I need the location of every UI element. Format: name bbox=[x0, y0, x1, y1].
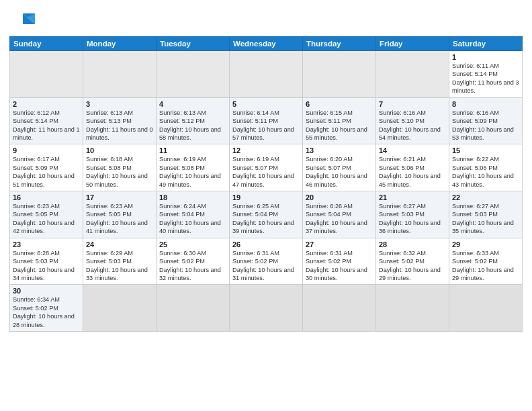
day-header-sunday: Sunday bbox=[10, 37, 83, 51]
day-cell bbox=[376, 51, 449, 98]
day-number: 12 bbox=[232, 146, 300, 154]
day-info: Sunrise: 6:26 AM Sunset: 5:04 PM Dayligh… bbox=[306, 202, 373, 236]
day-info: Sunrise: 6:25 AM Sunset: 5:04 PM Dayligh… bbox=[232, 202, 300, 236]
day-cell: 3Sunrise: 6:13 AM Sunset: 5:13 PM Daylig… bbox=[83, 97, 157, 144]
day-cell: 4Sunrise: 6:13 AM Sunset: 5:12 PM Daylig… bbox=[157, 97, 230, 144]
day-info: Sunrise: 6:34 AM Sunset: 5:02 PM Dayligh… bbox=[13, 295, 80, 329]
day-number: 1 bbox=[452, 53, 519, 61]
day-info: Sunrise: 6:33 AM Sunset: 5:02 PM Dayligh… bbox=[452, 249, 519, 283]
day-cell: 18Sunrise: 6:24 AM Sunset: 5:04 PM Dayli… bbox=[157, 191, 230, 238]
day-cell bbox=[230, 285, 303, 332]
day-info: Sunrise: 6:13 AM Sunset: 5:13 PM Dayligh… bbox=[86, 109, 153, 142]
day-info: Sunrise: 6:30 AM Sunset: 5:02 PM Dayligh… bbox=[159, 249, 226, 283]
day-cell: 5Sunrise: 6:14 AM Sunset: 5:11 PM Daylig… bbox=[230, 97, 303, 144]
day-cell bbox=[83, 51, 157, 98]
day-info: Sunrise: 6:19 AM Sunset: 5:08 PM Dayligh… bbox=[159, 155, 226, 189]
day-number: 10 bbox=[86, 146, 153, 154]
day-info: Sunrise: 6:13 AM Sunset: 5:12 PM Dayligh… bbox=[159, 109, 226, 142]
day-number: 7 bbox=[379, 100, 446, 108]
day-info: Sunrise: 6:24 AM Sunset: 5:04 PM Dayligh… bbox=[159, 202, 226, 236]
day-number: 19 bbox=[232, 193, 300, 201]
day-number: 26 bbox=[232, 240, 300, 248]
day-number: 27 bbox=[306, 240, 373, 248]
day-info: Sunrise: 6:32 AM Sunset: 5:02 PM Dayligh… bbox=[379, 249, 446, 283]
day-info: Sunrise: 6:23 AM Sunset: 5:05 PM Dayligh… bbox=[86, 202, 153, 236]
day-header-tuesday: Tuesday bbox=[157, 37, 230, 51]
day-info: Sunrise: 6:29 AM Sunset: 5:03 PM Dayligh… bbox=[86, 249, 153, 283]
day-number: 21 bbox=[379, 193, 446, 201]
day-info: Sunrise: 6:17 AM Sunset: 5:09 PM Dayligh… bbox=[13, 155, 80, 189]
day-number: 4 bbox=[159, 100, 226, 108]
day-number: 29 bbox=[452, 240, 519, 248]
day-cell bbox=[230, 51, 303, 98]
day-cell: 11Sunrise: 6:19 AM Sunset: 5:08 PM Dayli… bbox=[157, 144, 230, 191]
day-cell: 20Sunrise: 6:26 AM Sunset: 5:04 PM Dayli… bbox=[303, 191, 376, 238]
day-info: Sunrise: 6:20 AM Sunset: 5:07 PM Dayligh… bbox=[306, 155, 373, 189]
day-info: Sunrise: 6:28 AM Sunset: 5:03 PM Dayligh… bbox=[13, 249, 80, 283]
day-header-saturday: Saturday bbox=[449, 37, 523, 51]
week-row-2: 9Sunrise: 6:17 AM Sunset: 5:09 PM Daylig… bbox=[10, 144, 523, 191]
day-number: 16 bbox=[13, 193, 80, 201]
logo bbox=[9, 11, 38, 32]
logo-icon bbox=[9, 11, 35, 32]
day-cell bbox=[303, 51, 376, 98]
day-info: Sunrise: 6:16 AM Sunset: 5:09 PM Dayligh… bbox=[452, 109, 519, 142]
day-cell: 2Sunrise: 6:12 AM Sunset: 5:14 PM Daylig… bbox=[10, 97, 83, 144]
day-cell: 9Sunrise: 6:17 AM Sunset: 5:09 PM Daylig… bbox=[10, 144, 83, 191]
day-info: Sunrise: 6:31 AM Sunset: 5:02 PM Dayligh… bbox=[232, 249, 300, 283]
day-cell: 29Sunrise: 6:33 AM Sunset: 5:02 PM Dayli… bbox=[449, 238, 523, 285]
day-info: Sunrise: 6:21 AM Sunset: 5:06 PM Dayligh… bbox=[379, 155, 446, 189]
day-number: 15 bbox=[452, 146, 519, 154]
day-cell bbox=[303, 285, 376, 332]
day-info: Sunrise: 6:14 AM Sunset: 5:11 PM Dayligh… bbox=[232, 109, 300, 142]
day-info: Sunrise: 6:27 AM Sunset: 5:03 PM Dayligh… bbox=[452, 202, 519, 236]
day-cell bbox=[449, 285, 523, 332]
day-number: 28 bbox=[379, 240, 446, 248]
day-cell: 26Sunrise: 6:31 AM Sunset: 5:02 PM Dayli… bbox=[230, 238, 303, 285]
week-row-3: 16Sunrise: 6:23 AM Sunset: 5:05 PM Dayli… bbox=[10, 191, 523, 238]
day-cell bbox=[10, 51, 83, 98]
day-cell: 19Sunrise: 6:25 AM Sunset: 5:04 PM Dayli… bbox=[230, 191, 303, 238]
week-row-0: 1Sunrise: 6:11 AM Sunset: 5:14 PM Daylig… bbox=[10, 51, 523, 98]
day-cell: 15Sunrise: 6:22 AM Sunset: 5:06 PM Dayli… bbox=[449, 144, 523, 191]
day-cell: 22Sunrise: 6:27 AM Sunset: 5:03 PM Dayli… bbox=[449, 191, 523, 238]
day-info: Sunrise: 6:22 AM Sunset: 5:06 PM Dayligh… bbox=[452, 155, 519, 189]
day-cell: 27Sunrise: 6:31 AM Sunset: 5:02 PM Dayli… bbox=[303, 238, 376, 285]
day-header-monday: Monday bbox=[83, 37, 157, 51]
day-number: 2 bbox=[13, 100, 80, 108]
day-number: 20 bbox=[306, 193, 373, 201]
day-number: 17 bbox=[86, 193, 153, 201]
day-cell: 16Sunrise: 6:23 AM Sunset: 5:05 PM Dayli… bbox=[10, 191, 83, 238]
day-info: Sunrise: 6:31 AM Sunset: 5:02 PM Dayligh… bbox=[306, 249, 373, 283]
week-row-1: 2Sunrise: 6:12 AM Sunset: 5:14 PM Daylig… bbox=[10, 97, 523, 144]
day-header-thursday: Thursday bbox=[303, 37, 376, 51]
day-cell: 13Sunrise: 6:20 AM Sunset: 5:07 PM Dayli… bbox=[303, 144, 376, 191]
day-cell: 28Sunrise: 6:32 AM Sunset: 5:02 PM Dayli… bbox=[376, 238, 449, 285]
day-number: 22 bbox=[452, 193, 519, 201]
day-number: 30 bbox=[13, 287, 80, 295]
day-cell: 1Sunrise: 6:11 AM Sunset: 5:14 PM Daylig… bbox=[449, 51, 523, 98]
day-number: 13 bbox=[306, 146, 373, 154]
day-header-friday: Friday bbox=[376, 37, 449, 51]
day-cell: 7Sunrise: 6:16 AM Sunset: 5:10 PM Daylig… bbox=[376, 97, 449, 144]
day-number: 5 bbox=[232, 100, 300, 108]
day-cell: 24Sunrise: 6:29 AM Sunset: 5:03 PM Dayli… bbox=[83, 238, 157, 285]
day-cell: 14Sunrise: 6:21 AM Sunset: 5:06 PM Dayli… bbox=[376, 144, 449, 191]
page: SundayMondayTuesdayWednesdayThursdayFrid… bbox=[0, 0, 532, 411]
day-info: Sunrise: 6:11 AM Sunset: 5:14 PM Dayligh… bbox=[452, 62, 519, 95]
day-header-wednesday: Wednesday bbox=[230, 37, 303, 51]
day-info: Sunrise: 6:23 AM Sunset: 5:05 PM Dayligh… bbox=[13, 202, 80, 236]
day-cell bbox=[157, 51, 230, 98]
day-cell: 30Sunrise: 6:34 AM Sunset: 5:02 PM Dayli… bbox=[10, 285, 83, 332]
day-cell: 17Sunrise: 6:23 AM Sunset: 5:05 PM Dayli… bbox=[83, 191, 157, 238]
day-info: Sunrise: 6:27 AM Sunset: 5:03 PM Dayligh… bbox=[379, 202, 446, 236]
day-number: 11 bbox=[159, 146, 226, 154]
day-cell bbox=[83, 285, 157, 332]
day-number: 25 bbox=[159, 240, 226, 248]
calendar: SundayMondayTuesdayWednesdayThursdayFrid… bbox=[9, 36, 523, 332]
day-cell: 8Sunrise: 6:16 AM Sunset: 5:09 PM Daylig… bbox=[449, 97, 523, 144]
day-number: 23 bbox=[13, 240, 80, 248]
day-info: Sunrise: 6:16 AM Sunset: 5:10 PM Dayligh… bbox=[379, 109, 446, 142]
day-cell: 6Sunrise: 6:15 AM Sunset: 5:11 PM Daylig… bbox=[303, 97, 376, 144]
header bbox=[9, 7, 523, 32]
